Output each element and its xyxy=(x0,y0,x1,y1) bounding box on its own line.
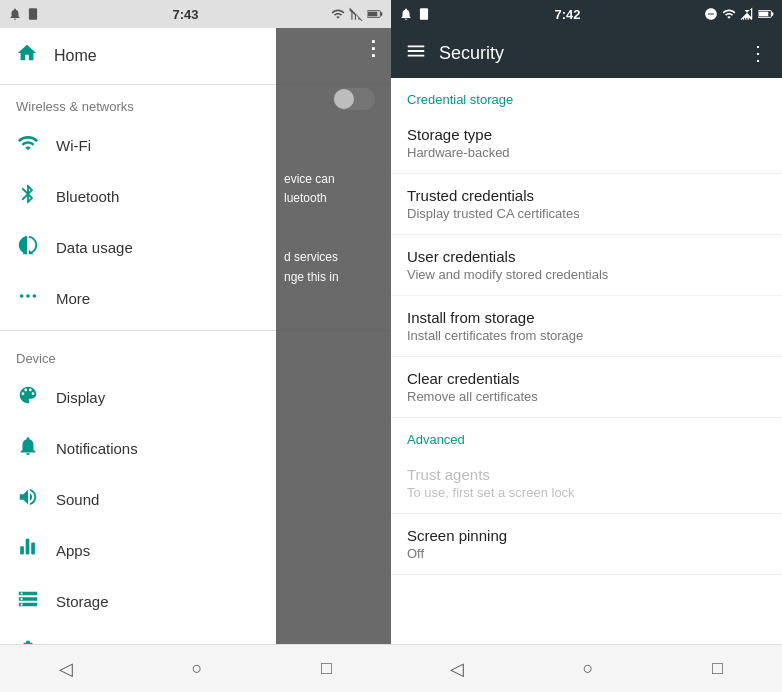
install-storage-item[interactable]: Install from storage Install certificate… xyxy=(391,296,782,357)
display-label: Display xyxy=(56,389,105,406)
bottom-nav-left: ◁ ○ □ xyxy=(0,644,391,692)
apps-label: Apps xyxy=(56,542,90,559)
storage-type-subtitle: Hardware-backed xyxy=(407,145,766,160)
home-label: Home xyxy=(54,47,97,65)
screen-pinning-title: Screen pinning xyxy=(407,527,766,544)
status-icons-right-left xyxy=(399,7,431,21)
recents-button-right[interactable]: □ xyxy=(712,658,723,679)
bluetooth-label: Bluetooth xyxy=(56,188,119,205)
storage-type-title: Storage type xyxy=(407,126,766,143)
toggle-knob xyxy=(334,89,354,109)
storage-label: Storage xyxy=(56,593,109,610)
trust-agents-subtitle: To use, first set a screen lock xyxy=(407,485,766,500)
screen-pinning-subtitle: Off xyxy=(407,546,766,561)
wifi-label: Wi-Fi xyxy=(56,137,91,154)
clear-creds-subtitle: Remove all certificates xyxy=(407,389,766,404)
bluetooth-icon xyxy=(16,183,40,210)
bottom-nav-right: ◁ ○ □ xyxy=(391,644,782,692)
svg-rect-2 xyxy=(380,12,382,15)
svg-point-5 xyxy=(26,294,30,298)
toggle-switch[interactable] xyxy=(333,88,375,110)
install-storage-subtitle: Install certificates from storage xyxy=(407,328,766,343)
status-icons-right-right xyxy=(704,7,774,21)
right-panel: 7:42 Security ⋮ Credential storage Stora… xyxy=(391,0,782,692)
content-right: Credential storage Storage type Hardware… xyxy=(391,78,782,644)
data-usage-icon xyxy=(16,234,40,261)
user-creds-title: User credentials xyxy=(407,248,766,265)
svg-rect-10 xyxy=(759,12,768,17)
storage-icon xyxy=(16,588,40,615)
svg-rect-7 xyxy=(420,8,428,20)
data-usage-label: Data usage xyxy=(56,239,133,256)
user-creds-subtitle: View and modify stored credentials xyxy=(407,267,766,282)
right-status-icons-left xyxy=(331,7,383,21)
trusted-creds-title: Trusted credentials xyxy=(407,187,766,204)
clear-creds-title: Clear credentials xyxy=(407,370,766,387)
status-bar-left: 7:43 xyxy=(0,0,391,28)
trusted-creds-subtitle: Display trusted CA certificates xyxy=(407,206,766,221)
notifications-icon xyxy=(16,435,40,462)
gray-overlay: ⋮ evice can luetooth d services nge this… xyxy=(276,28,391,644)
display-icon xyxy=(16,384,40,411)
status-bar-right: 7:42 xyxy=(391,0,782,28)
left-panel: 7:43 Home Wireless & networks Wi-Fi xyxy=(0,0,391,692)
status-icons-left xyxy=(8,7,40,21)
more-icon xyxy=(16,285,40,312)
trusted-creds-item[interactable]: Trusted credentials Display trusted CA c… xyxy=(391,174,782,235)
time-left: 7:43 xyxy=(172,7,198,22)
time-right: 7:42 xyxy=(554,7,580,22)
credential-storage-header: Credential storage xyxy=(391,78,782,113)
svg-point-4 xyxy=(20,294,24,298)
overlay-text-1: evice can luetooth xyxy=(284,170,335,208)
more-label: More xyxy=(56,290,90,307)
trust-agents-item: Trust agents To use, first set a screen … xyxy=(391,453,782,514)
svg-rect-0 xyxy=(29,8,37,20)
home-button-right[interactable]: ○ xyxy=(583,658,594,679)
home-button-left[interactable]: ○ xyxy=(192,658,203,679)
advanced-header: Advanced xyxy=(391,418,782,453)
home-icon xyxy=(16,42,38,70)
svg-point-6 xyxy=(33,294,37,298)
install-storage-title: Install from storage xyxy=(407,309,766,326)
trust-agents-title: Trust agents xyxy=(407,466,766,483)
notifications-label: Notifications xyxy=(56,440,138,457)
wifi-icon xyxy=(16,132,40,159)
storage-type-item[interactable]: Storage type Hardware-backed xyxy=(391,113,782,174)
back-button-right[interactable]: ◁ xyxy=(450,658,464,680)
user-creds-item[interactable]: User credentials View and modify stored … xyxy=(391,235,782,296)
toolbar-right: Security ⋮ xyxy=(391,28,782,78)
back-button-left[interactable]: ◁ xyxy=(59,658,73,680)
three-dot-left[interactable]: ⋮ xyxy=(363,36,385,60)
sound-label: Sound xyxy=(56,491,99,508)
overlay-text-2: d services nge this in xyxy=(284,248,339,286)
toolbar-title: Security xyxy=(439,43,736,64)
sound-icon xyxy=(16,486,40,513)
svg-rect-3 xyxy=(368,12,377,17)
toolbar-three-dot[interactable]: ⋮ xyxy=(748,41,768,65)
toggle-container[interactable] xyxy=(333,88,375,110)
svg-rect-9 xyxy=(771,12,773,15)
clear-creds-item[interactable]: Clear credentials Remove all certificate… xyxy=(391,357,782,418)
recents-button-left[interactable]: □ xyxy=(321,658,332,679)
hamburger-icon[interactable] xyxy=(405,40,427,67)
screen-pinning-item[interactable]: Screen pinning Off xyxy=(391,514,782,575)
apps-icon xyxy=(16,537,40,564)
